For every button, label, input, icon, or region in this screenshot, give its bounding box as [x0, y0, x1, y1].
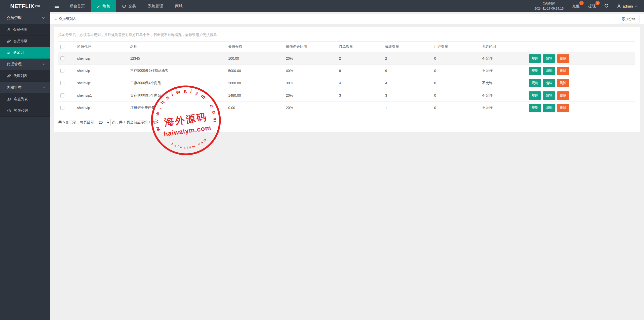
admin-menu[interactable]: admin: [617, 4, 637, 8]
row-checkbox[interactable]: [60, 81, 64, 85]
sidebar-item-5[interactable]: 代理列表: [0, 70, 50, 82]
nav-item-label: 后台首页: [70, 4, 85, 9]
chevron-up-icon: [635, 5, 637, 7]
delete-button[interactable]: 删除: [557, 54, 569, 63]
cell-name: 注册进免费任务: [128, 102, 226, 114]
table-row: sheinvip1首存1000做3个商品1480.0020%330不允许规则编辑…: [58, 89, 635, 102]
add-group-button[interactable]: 添加分组: [618, 15, 639, 23]
cell-users: 0: [432, 89, 480, 102]
link-icon: [7, 74, 11, 78]
sidebar-item-1[interactable]: 会员列表: [0, 24, 50, 35]
edit-button[interactable]: 编辑: [543, 104, 555, 112]
edit-button[interactable]: 编辑: [543, 54, 555, 63]
cell-min_amount: 1480.00: [226, 89, 284, 102]
withdraw-button[interactable]: 提现 2: [588, 4, 596, 9]
rule-button[interactable]: 规则: [529, 91, 541, 100]
users-icon: [7, 97, 11, 101]
sidebar-group-4[interactable]: 代理管理: [0, 59, 50, 70]
sidebar-toggle-button[interactable]: [50, 0, 64, 12]
row-actions: 规则编辑删除: [527, 89, 635, 102]
brand-name: NETFLIX: [10, 3, 34, 10]
delete-button[interactable]: 删除: [557, 67, 569, 75]
rule-button[interactable]: 规则: [529, 104, 541, 112]
top-navbar: NETFLIXV20 后台首页角色交易系统管理商城 当地时间 2024-11-1…: [0, 0, 644, 12]
sidebar-group-0[interactable]: 会员管理: [0, 12, 50, 24]
edit-button[interactable]: 编辑: [543, 67, 555, 75]
cell-rules: 9: [383, 65, 432, 77]
sidebar-group-label: 会员管理: [7, 16, 22, 20]
cell-orders: 1: [337, 102, 383, 114]
cell-users: 0: [432, 77, 480, 89]
sidebar-item-2[interactable]: 会员等级: [0, 35, 50, 47]
cell-min_amount: 0.00: [226, 102, 284, 114]
row-checkbox[interactable]: [60, 93, 64, 97]
cell-agent: sheinvip1: [75, 77, 128, 89]
navbar-right: 当地时间 2024-11-17 09:24:15 充值 0 提现 2 admin: [535, 0, 644, 12]
sidebar-item-label: 客服列表: [14, 97, 28, 101]
cell-users: 0: [432, 65, 480, 77]
cell-min_commission: 20%: [284, 89, 337, 102]
cell-allow_cycle: 不允许: [480, 52, 527, 65]
pagination-suffix: 条，共 1 页当前显示第 1 页。: [112, 120, 159, 125]
cell-name: 三存5000做6+3商品杀客: [128, 65, 226, 77]
recharge-label: 充值: [572, 4, 580, 8]
column-header: 规则数量: [383, 42, 432, 52]
cell-orders: 3: [337, 89, 383, 102]
sidebar-item-3[interactable]: 叠加组: [0, 47, 50, 59]
nav-item-3[interactable]: 系统管理: [142, 0, 169, 12]
page-size-select[interactable]: 20: [96, 119, 110, 126]
sidebar-item-label: 代理列表: [13, 74, 27, 78]
person-icon: [7, 28, 11, 31]
nav-item-0[interactable]: 后台首页: [64, 0, 91, 12]
nav-item-1[interactable]: 角色: [91, 0, 116, 12]
sidebar-group-label: 代理管理: [7, 62, 22, 67]
sidebar-item-8[interactable]: 客服代码: [0, 105, 50, 117]
cell-allow_cycle: 不允许: [480, 77, 527, 89]
edit-button[interactable]: 编辑: [543, 91, 555, 100]
rule-button[interactable]: 规则: [529, 67, 541, 75]
cell-orders: 6: [337, 65, 383, 77]
delete-button[interactable]: 删除: [557, 79, 569, 87]
sidebar-item-label: 叠加组: [13, 51, 24, 55]
row-actions: 规则编辑删除: [527, 52, 635, 65]
sidebar-group-6[interactable]: 客服管理: [0, 82, 50, 93]
row-checkbox[interactable]: [60, 69, 64, 73]
link-icon: [7, 39, 11, 43]
nav-item-label: 交易: [128, 4, 136, 9]
cell-allow_cycle: 不允许: [480, 89, 527, 102]
cell-agent: sheinvip1: [75, 65, 128, 77]
rule-button[interactable]: 规则: [529, 79, 541, 87]
column-header: 名称: [128, 42, 226, 52]
notice-text: 添加分组后，必须添加规则，并且规则需要对应好订单个数，若出现不对称情况，会导致用…: [54, 27, 640, 41]
local-time-value: 2024-11-17 09:24:15: [535, 6, 564, 11]
chevron-down-icon: [42, 87, 45, 88]
row-actions: 规则编辑删除: [527, 65, 635, 77]
select-all-checkbox[interactable]: [60, 45, 64, 49]
cell-min_commission: 30%: [284, 77, 337, 89]
rule-button[interactable]: 规则: [529, 54, 541, 63]
cell-users: 0: [432, 52, 480, 65]
column-header: 订单数量: [337, 42, 383, 52]
row-checkbox[interactable]: [60, 56, 64, 60]
hamburger-icon: [55, 5, 59, 8]
cell-agent: sheinvip: [75, 52, 128, 65]
sidebar-item-label: 会员等级: [13, 39, 27, 44]
recharge-button[interactable]: 充值 0: [572, 4, 580, 9]
nav-item-2[interactable]: 交易: [116, 0, 142, 12]
delete-button[interactable]: 删除: [557, 91, 569, 100]
table-row: sheinvip1三存5000做6+3商品杀客5000.0040%690不允许规…: [58, 65, 635, 77]
delete-button[interactable]: 删除: [557, 104, 569, 112]
cell-rules: 4: [383, 77, 432, 89]
edit-button[interactable]: 编辑: [543, 79, 555, 87]
sidebar-item-7[interactable]: 客服列表: [0, 93, 50, 105]
scales-icon: [122, 4, 126, 8]
refresh-button[interactable]: [604, 4, 609, 9]
navbar-menu: 后台首页角色交易系统管理商城: [64, 0, 189, 12]
cell-allow_cycle: 不允许: [480, 65, 527, 77]
withdraw-label: 提现: [588, 4, 596, 8]
admin-username: admin: [623, 4, 633, 8]
pagination: 共 5 条记录，每页显示 20 条，共 1 页当前显示第 1 页。: [54, 114, 640, 130]
nav-item-4[interactable]: 商城: [169, 0, 189, 12]
table-body: sheinvip12345100.0020%220不允许规则编辑删除sheinv…: [58, 52, 635, 114]
row-checkbox[interactable]: [60, 106, 64, 110]
